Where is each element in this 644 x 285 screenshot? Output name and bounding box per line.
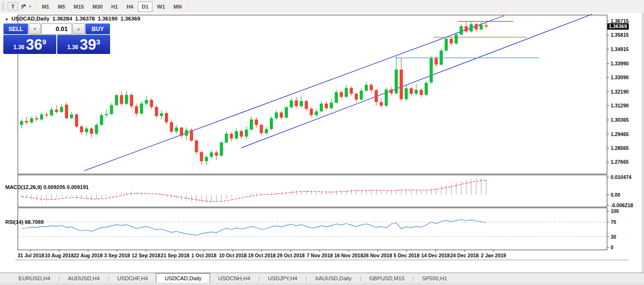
- volume-decrease-button[interactable]: ▼: [29, 23, 41, 34]
- chart-tab-usdcnh[interactable]: USDCNH,H4: [210, 273, 258, 283]
- sell-price-prefix: 1.36: [13, 44, 24, 51]
- timeframe-button-m1[interactable]: M1: [38, 1, 53, 12]
- date-axis-label: 10 Oct 2018: [219, 253, 246, 258]
- buy-quote[interactable]: 1.36 39 3: [57, 35, 110, 54]
- macd-indicator-label: MACD(12,26,9) 0.009205 0.009191: [5, 184, 89, 190]
- rsi-axis-label: 100: [611, 209, 619, 214]
- timeframe-button-m30[interactable]: M30: [89, 1, 106, 12]
- candle: [310, 109, 313, 115]
- date-axis-label: 21 Sep 2018: [161, 253, 189, 258]
- candle: [265, 129, 268, 133]
- price-axis-label: 1.30365: [611, 117, 629, 123]
- candle: [115, 95, 118, 105]
- chart-tab-sp500[interactable]: SP500,H1: [414, 273, 455, 283]
- chart-tab-audusd[interactable]: AUDUSD,H4: [60, 273, 107, 283]
- candle: [470, 24, 473, 32]
- price-axis-label: 1.31290: [611, 103, 629, 108]
- date-axis-label: 10 Aug 2018: [45, 253, 74, 258]
- candle: [345, 88, 348, 97]
- collapse-arrow-icon[interactable]: ▲: [5, 17, 9, 21]
- buy-button[interactable]: BUY: [85, 23, 110, 34]
- candle: [355, 94, 358, 99]
- chart-tab-bar: EURUSD,H4|AUDUSD,H4|USDCHF,H4USDCAD,Dail…: [0, 273, 644, 283]
- candle: [290, 100, 293, 107]
- date-axis-label: 7 Nov 2018: [307, 253, 333, 258]
- candle: [50, 110, 53, 116]
- candle: [429, 58, 433, 83]
- candle: [85, 128, 88, 132]
- chart-tab-usdchf[interactable]: USDCHF,H4: [109, 273, 156, 283]
- chart-tab-gbpusd[interactable]: GBPUSD,M15: [361, 273, 412, 283]
- candle: [125, 95, 128, 104]
- candle: [475, 24, 478, 30]
- candle: [455, 34, 458, 43]
- price-axis-label: 1.28565: [611, 146, 629, 151]
- date-axis-label: 31 Jul 2018: [18, 253, 44, 258]
- dropdown-caret-icon[interactable]: ▼: [29, 5, 31, 8]
- candle: [399, 70, 403, 99]
- candle: [260, 125, 263, 133]
- timeframe-button-w1[interactable]: W1: [153, 1, 169, 12]
- candle: [140, 104, 143, 114]
- ohlc-low: 1.36190: [98, 16, 118, 21]
- chart-tab-usdjpy[interactable]: USDJPY,H4: [260, 273, 306, 283]
- timeframe-button-m5[interactable]: M5: [54, 1, 69, 12]
- candle: [340, 92, 343, 97]
- price-axis-label: 1.33990: [611, 61, 629, 66]
- timeframe-button-group: M1M5M15M30H1H4D1W1MN: [38, 1, 186, 12]
- candle: [220, 143, 223, 156]
- rsi-pane: [18, 208, 607, 250]
- candle: [379, 102, 383, 106]
- candle: [70, 115, 73, 118]
- candle: [185, 130, 188, 136]
- candle: [255, 119, 258, 125]
- sell-price-big: 36: [26, 37, 42, 52]
- timeframe-button-m15[interactable]: M15: [70, 1, 88, 12]
- timeframe-button-d1[interactable]: D1: [138, 1, 152, 12]
- text-tool-icon[interactable]: T: [8, 2, 18, 11]
- candle: [460, 26, 463, 34]
- date-axis-label: 26 Nov 2018: [363, 253, 392, 258]
- candle: [419, 90, 423, 95]
- window-right-edge: [642, 13, 644, 273]
- date-axis-label: 29 Oct 2018: [277, 253, 305, 258]
- candle: [100, 115, 103, 125]
- chart-tab-xauusd[interactable]: XAUUSD,Daily: [307, 273, 360, 283]
- timeframe-button-h4[interactable]: H4: [123, 1, 137, 12]
- chart-tab-eurusd[interactable]: EURUSD,H4: [10, 273, 58, 283]
- sell-quote[interactable]: 1.36 36 9: [3, 35, 56, 54]
- candle: [315, 111, 318, 115]
- candle: [145, 100, 148, 104]
- candle: [120, 95, 123, 104]
- volume-increase-button[interactable]: ▲: [72, 23, 85, 34]
- date-axis-label: 22 Aug 2018: [73, 253, 102, 258]
- candle: [200, 152, 203, 161]
- candle: [425, 83, 428, 95]
- candle: [35, 118, 38, 120]
- candle: [330, 103, 333, 108]
- rsi-axis-label: 30: [611, 234, 616, 240]
- chart-tab-usdcad[interactable]: USDCAD,Daily: [156, 273, 210, 283]
- candle: [45, 115, 48, 116]
- volume-input[interactable]: 0.01: [41, 23, 72, 34]
- candle: [405, 88, 408, 99]
- candle: [105, 114, 108, 115]
- timeframe-button-h1[interactable]: H1: [107, 1, 122, 12]
- price-axis-label: 1.27665: [611, 159, 629, 165]
- candle: [275, 113, 278, 118]
- timeframe-button-mn[interactable]: MN: [170, 1, 185, 12]
- sell-price-pip: 9: [42, 38, 46, 46]
- macd-axis-label: 0.010474: [611, 175, 632, 180]
- rsi-axis-label: 0: [611, 245, 613, 250]
- candle: [180, 127, 183, 136]
- arrows-tool-icon[interactable]: ▼: [20, 2, 31, 11]
- current-price-value: 1.36369: [609, 24, 627, 29]
- rsi-indicator-label: RSI(14) 68.7069: [5, 219, 44, 225]
- toolbar-grip[interactable]: [2, 2, 5, 11]
- ohlc-close: 1.36369: [121, 16, 141, 21]
- macd-axis-label: 0.00: [611, 192, 621, 198]
- sell-button[interactable]: SELL: [3, 23, 28, 34]
- candle: [55, 110, 58, 112]
- candle: [389, 90, 393, 94]
- date-axis-label: 14 Dec 2018: [421, 253, 450, 258]
